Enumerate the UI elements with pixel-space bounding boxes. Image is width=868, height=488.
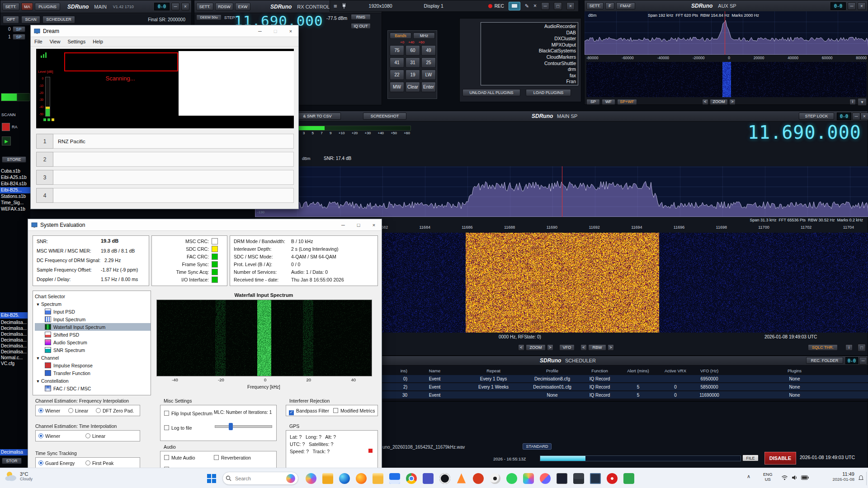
main-zoom-in-button[interactable]: >: [547, 344, 553, 351]
station-row[interactable]: 3: [36, 170, 294, 185]
taskbar-app-button[interactable]: [622, 471, 636, 485]
tray-chevron-icon[interactable]: ∧: [747, 474, 750, 479]
syseval-minimize-button[interactable]: ─: [335, 219, 351, 230]
main-tune-cursor[interactable]: [562, 166, 562, 217]
rbw-up-button[interactable]: >: [608, 344, 614, 351]
aux-fmaf-button[interactable]: FMAF: [616, 2, 635, 9]
band-button[interactable]: MW: [390, 82, 404, 92]
band-button[interactable]: Clear: [406, 82, 420, 92]
main-sp-close-button[interactable]: ×: [860, 113, 868, 120]
rms-button[interactable]: RMS: [351, 14, 371, 20]
aux-info-button[interactable]: i: [849, 99, 856, 105]
tree-item-input-spectrum[interactable]: Input Spectrum: [35, 315, 151, 323]
memory-file-item[interactable]: Time_Sig...: [0, 200, 30, 206]
memory-file-item[interactable]: Stations.s1b: [0, 193, 30, 200]
dream-menu-item[interactable]: View: [50, 39, 61, 44]
tree-group-channel[interactable]: ▾Channel: [35, 354, 151, 361]
rec-folder-button[interactable]: REC. FOLDER: [806, 357, 843, 364]
pencil-icon[interactable]: ✎: [525, 3, 529, 9]
iq-out-button[interactable]: IQ OUT: [351, 23, 371, 29]
start-button[interactable]: [204, 471, 218, 485]
station-row[interactable]: 1 RNZ Pacific: [36, 134, 294, 149]
sqlc-thr-button[interactable]: SQLC THR.: [808, 344, 838, 351]
reverberation-checkbox[interactable]: [214, 455, 219, 460]
main-ma-button[interactable]: MA: [21, 3, 33, 10]
tree-item-audio-spectrum[interactable]: Audio Spectrum: [35, 338, 151, 346]
syseval-titlebar[interactable]: System Evaluation ─ □ ×: [28, 219, 382, 231]
vrx1-sp-button[interactable]: SP: [13, 34, 25, 40]
profile-file-item[interactable]: Decimalisa...: [0, 319, 30, 325]
dream-menu-item[interactable]: File: [34, 39, 42, 44]
tree-item-waterfall-input-spectrum[interactable]: Waterfall Input Spectrum: [35, 323, 151, 331]
aux-sett-button[interactable]: SETT.: [586, 2, 604, 9]
profile-file-item[interactable]: Decimalisa...: [0, 349, 30, 355]
taskbar-app-button[interactable]: [488, 471, 502, 485]
profile-file-item[interactable]: Decimalisa...: [0, 325, 30, 331]
taskbar-app-button[interactable]: [505, 471, 519, 485]
aux-sp-button[interactable]: SP: [586, 99, 600, 105]
plugin-item[interactable]: fax: [483, 73, 576, 79]
taskbar-app-button[interactable]: [555, 471, 569, 485]
tree-group-constellation[interactable]: ▾Constellation: [35, 377, 151, 385]
mhz-tab-button[interactable]: MHz: [413, 33, 435, 39]
band-button[interactable]: 19: [406, 70, 420, 80]
aux-wf-button[interactable]: WF: [602, 99, 615, 105]
unload-all-plugins-button[interactable]: UNLOAD ALL PLUGINS: [462, 89, 520, 96]
scheduler-minimize-button[interactable]: ─: [859, 357, 867, 365]
aux-zoom-in-button[interactable]: >: [729, 99, 736, 105]
taskbar-app-button[interactable]: [471, 471, 485, 485]
taskbar-app-button[interactable]: [354, 471, 368, 485]
plugin-item[interactable]: Fran: [483, 79, 576, 85]
syseval-close-button[interactable]: ×: [366, 219, 382, 230]
tree-group-spectrum[interactable]: ▾Spectrum: [35, 300, 151, 308]
taskbar-app-button[interactable]: [371, 471, 385, 485]
main-sp-minimize-button[interactable]: ─: [852, 113, 860, 120]
taskbar-app-button[interactable]: [588, 471, 602, 485]
mlc-slider-knob[interactable]: [229, 423, 233, 430]
dream-menu-item[interactable]: Help: [93, 39, 103, 44]
taskbar-app-button[interactable]: [337, 471, 351, 485]
taskbar-app-button[interactable]: [571, 471, 585, 485]
standard-button[interactable]: STANDARD: [523, 443, 552, 450]
syseval-maximize-button[interactable]: □: [351, 219, 366, 230]
screenshot-button[interactable]: SCREENSHOT: [363, 113, 406, 120]
aux-f-button[interactable]: F: [605, 2, 614, 9]
dft-zero-pad-radio[interactable]: [96, 408, 101, 413]
memory-bank-header[interactable]: Eibi-B25.: [0, 312, 30, 319]
tree-item-snr-spectrum[interactable]: SNR Spectrum: [35, 346, 151, 354]
scanner-stop-button[interactable]: [2, 123, 10, 131]
guard-energy-radio[interactable]: [38, 460, 43, 465]
flip-input-spectrum-checkbox[interactable]: [164, 411, 169, 416]
linear-time-radio[interactable]: [85, 433, 90, 438]
main-sp-frequency-display[interactable]: 11.690.000: [748, 122, 861, 143]
memory-file-item[interactable]: WEFAX.s1b: [0, 206, 30, 212]
rx-rdsw-button[interactable]: RDSW: [215, 3, 233, 10]
mute-audio-checkbox[interactable]: [164, 455, 169, 460]
plugin-item[interactable]: drm: [483, 66, 576, 73]
menu-icon[interactable]: ≡: [334, 3, 337, 9]
bands-tab-button[interactable]: Bands: [390, 33, 411, 39]
file-button[interactable]: FILE: [742, 455, 759, 461]
taskbar-app-button[interactable]: [321, 471, 335, 485]
linear-radio[interactable]: [68, 408, 73, 413]
camera-button[interactable]: [509, 2, 520, 10]
load-plugins-button[interactable]: LOAD PLUGINS: [526, 89, 571, 96]
vfo-button[interactable]: VFO: [559, 344, 575, 351]
taskbar-app-button[interactable]: [387, 471, 401, 485]
recording-progress-bar[interactable]: [540, 455, 741, 461]
disable-button[interactable]: DISABLE: [764, 452, 796, 465]
memory-file-item[interactable]: Cuba.s1b: [0, 168, 30, 174]
profile-file-item[interactable]: Normal.c...: [0, 355, 30, 361]
taskbar-app-button[interactable]: [404, 471, 418, 485]
plugin-item[interactable]: MPXOutput: [483, 42, 576, 48]
plugin-item[interactable]: AudioRecorder: [483, 23, 576, 30]
dream-minimize-button[interactable]: ─: [252, 25, 268, 37]
main-minimize-button[interactable]: ─: [171, 3, 179, 10]
taskbar-app-button[interactable]: [605, 471, 619, 485]
search-input[interactable]: [234, 475, 283, 482]
main-opt-button[interactable]: OPT: [3, 16, 19, 23]
band-button[interactable]: Enter: [421, 82, 436, 92]
capture-close-icon[interactable]: ×: [533, 3, 537, 9]
aux-collapse-button[interactable]: ▾: [858, 98, 867, 106]
aux-spwf-button[interactable]: SP+WF: [617, 99, 637, 105]
